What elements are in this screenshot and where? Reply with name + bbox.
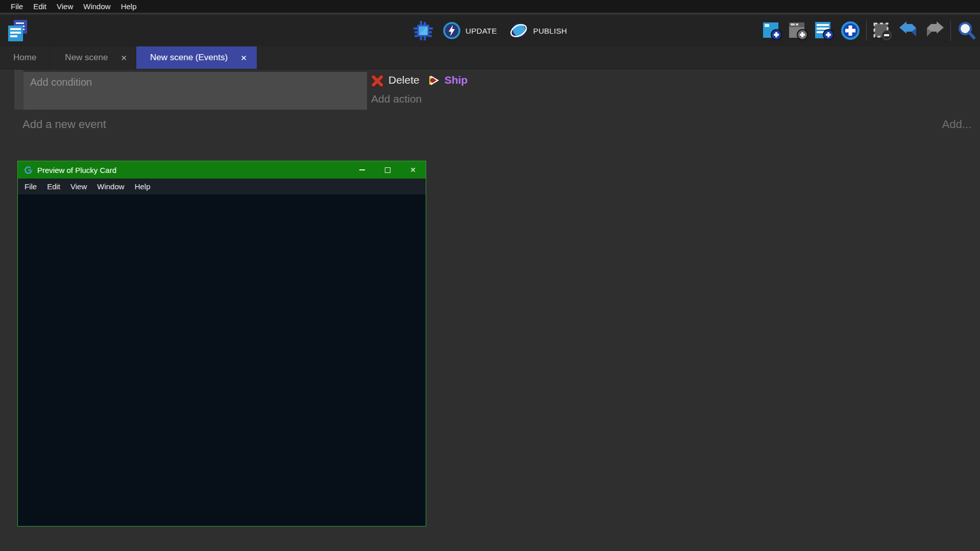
main-toolbar: UPDATE PUBLISH xyxy=(0,15,980,46)
publish-label: PUBLISH xyxy=(533,27,567,35)
delete-x-icon xyxy=(371,73,385,87)
gdevelop-logo-icon xyxy=(24,166,33,174)
selection-remove-icon[interactable] xyxy=(872,20,893,41)
tab-label: New scene (Events) xyxy=(150,53,228,63)
tab-new-scene-events[interactable]: New scene (Events) ✕ xyxy=(136,46,257,69)
event-drag-handle[interactable] xyxy=(14,70,23,110)
preview-menu-bar: File Edit View Window Help xyxy=(18,179,426,194)
action-name: Delete xyxy=(388,74,420,86)
update-label: UPDATE xyxy=(465,27,497,35)
preview-game-canvas[interactable] xyxy=(18,194,426,526)
minimize-icon xyxy=(359,169,365,170)
preview-window-controls: ✕ xyxy=(349,161,426,179)
maximize-button[interactable] xyxy=(375,161,400,179)
menu-view[interactable]: View xyxy=(52,0,78,13)
publish-planet-icon xyxy=(508,20,529,41)
minimize-button[interactable] xyxy=(349,161,375,179)
tab-label: New scene xyxy=(65,53,108,63)
new-external-events-icon[interactable] xyxy=(814,20,835,41)
new-external-layout-icon[interactable] xyxy=(788,20,808,41)
tab-new-scene[interactable]: New scene ✕ xyxy=(50,46,136,69)
search-icon[interactable] xyxy=(957,20,977,41)
preview-menu-help[interactable]: Help xyxy=(130,179,156,194)
toolbar-separator xyxy=(866,20,867,41)
preview-menu-edit[interactable]: Edit xyxy=(42,179,65,194)
update-button[interactable]: UPDATE xyxy=(443,21,497,40)
add-new-event-field[interactable]: Add a new event xyxy=(22,118,106,131)
publish-button[interactable]: PUBLISH xyxy=(508,20,567,41)
event-actions-column: Delete Ship Add action xyxy=(371,72,468,105)
action-object-name: Ship xyxy=(445,74,468,86)
preview-menu-window[interactable]: Window xyxy=(92,179,129,194)
preview-window: Preview of Plucky Card ✕ File Edit View … xyxy=(17,161,426,527)
undo-icon[interactable] xyxy=(898,20,919,41)
redo-icon[interactable] xyxy=(924,20,945,41)
action-delete-ship[interactable]: Delete Ship xyxy=(371,72,468,88)
tab-close-icon[interactable]: ✕ xyxy=(240,54,247,62)
ship-object-icon xyxy=(427,74,440,87)
add-more-button[interactable]: Add... xyxy=(942,118,971,131)
menu-file[interactable]: File xyxy=(6,0,28,13)
gdevelop-app-window: File Edit View Window Help xyxy=(0,0,980,551)
update-lightning-icon xyxy=(443,21,461,40)
preview-title-bar[interactable]: Preview of Plucky Card ✕ xyxy=(18,161,426,179)
close-button[interactable]: ✕ xyxy=(400,161,426,179)
add-event-row: Add a new event Add... xyxy=(0,118,980,138)
maximize-icon xyxy=(385,167,390,173)
preview-menu-file[interactable]: File xyxy=(19,179,42,194)
app-menu-bar: File Edit View Window Help xyxy=(0,0,980,14)
new-scene-icon[interactable] xyxy=(762,20,782,41)
add-condition-field[interactable]: Add condition xyxy=(23,72,367,110)
add-action-field[interactable]: Add action xyxy=(371,93,468,105)
editor-tab-bar: Home New scene ✕ New scene (Events) ✕ xyxy=(0,46,980,69)
menu-edit[interactable]: Edit xyxy=(28,0,52,13)
toolbar-separator xyxy=(950,20,951,41)
preview-menu-view[interactable]: View xyxy=(65,179,92,194)
preview-window-title: Preview of Plucky Card xyxy=(37,166,116,174)
menu-help[interactable]: Help xyxy=(116,0,142,13)
menu-window[interactable]: Window xyxy=(78,0,115,13)
debugger-icon[interactable] xyxy=(413,20,433,41)
tab-label: Home xyxy=(13,53,36,63)
tab-home[interactable]: Home xyxy=(0,46,50,69)
tab-close-icon[interactable]: ✕ xyxy=(120,54,127,62)
new-extension-icon[interactable] xyxy=(840,20,861,41)
project-manager-icon[interactable] xyxy=(6,19,29,44)
